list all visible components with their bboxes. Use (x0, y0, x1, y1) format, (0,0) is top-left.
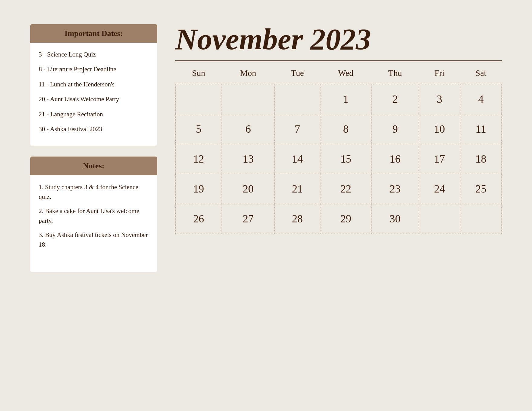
calendar-day: 28 (275, 204, 320, 234)
note-item: 3. Buy Ashka festival tickets on Novembe… (39, 230, 149, 249)
date-item: 30 - Ashka Festival 2023 (39, 125, 149, 134)
calendar-week-row: 19202122232425 (176, 174, 502, 204)
calendar-title: November 2023 (175, 24, 502, 54)
note-item: 1. Study chapters 3 & 4 for the Science … (39, 183, 149, 202)
calendar-day: 8 (320, 114, 371, 144)
left-panel: Important Dates: 3 - Science Long Quiz8 … (30, 24, 157, 283)
calendar-week-row: 2627282930 (176, 204, 502, 234)
day-of-week-header: Tue (275, 61, 320, 84)
important-dates-content: 3 - Science Long Quiz8 - Literature Proj… (30, 43, 157, 146)
calendar-day: 21 (275, 174, 320, 204)
calendar-week-row: 12131415161718 (176, 144, 502, 174)
day-of-week-header: Sun (176, 61, 222, 84)
notes-section: Notes: 1. Study chapters 3 & 4 for the S… (30, 157, 157, 283)
date-item: 3 - Science Long Quiz (39, 50, 149, 59)
calendar-week-row: 1234 (176, 84, 502, 114)
calendar-day: 14 (275, 144, 320, 174)
date-item: 11 - Lunch at the Henderson's (39, 80, 149, 89)
calendar-day: 3 (419, 84, 460, 114)
calendar-day: 30 (371, 204, 419, 234)
calendar-table: SunMonTueWedThuFriSat 123456789101112131… (175, 61, 502, 234)
calendar-day: 1 (320, 84, 371, 114)
calendar-day: 2 (371, 84, 419, 114)
calendar-day: 5 (176, 114, 222, 144)
calendar-day: 19 (176, 174, 222, 204)
calendar-day-empty (275, 84, 320, 114)
calendar-day: 16 (371, 144, 419, 174)
calendar-day-empty (222, 84, 274, 114)
calendar-day: 22 (320, 174, 371, 204)
calendar-day: 4 (460, 84, 501, 114)
calendar-body: 1234567891011121314151617181920212223242… (176, 84, 502, 234)
notes-header: Notes: (30, 157, 157, 175)
date-item: 20 - Aunt Lisa's Welcome Party (39, 95, 149, 104)
calendar-day: 25 (460, 174, 501, 204)
important-dates-header: Important Dates: (30, 24, 157, 43)
day-of-week-header: Wed (320, 61, 371, 84)
note-item: 2. Bake a cake for Aunt Lisa's welcome p… (39, 206, 149, 225)
day-of-week-header: Sat (460, 61, 501, 84)
calendar-day: 18 (460, 144, 501, 174)
calendar-day: 7 (275, 114, 320, 144)
calendar-day-empty (460, 204, 501, 234)
day-of-week-header: Thu (371, 61, 419, 84)
right-panel: November 2023 SunMonTueWedThuFriSat 1234… (175, 24, 502, 234)
calendar-day: 24 (419, 174, 460, 204)
calendar-day: 17 (419, 144, 460, 174)
day-of-week-header: Mon (222, 61, 274, 84)
calendar-day: 29 (320, 204, 371, 234)
day-of-week-header: Fri (419, 61, 460, 84)
calendar-day: 12 (176, 144, 222, 174)
calendar-day: 9 (371, 114, 419, 144)
date-item: 21 - Language Recitation (39, 110, 149, 119)
notes-content: 1. Study chapters 3 & 4 for the Science … (30, 175, 157, 272)
days-of-week-row: SunMonTueWedThuFriSat (176, 61, 502, 84)
calendar-day-empty (176, 84, 222, 114)
calendar-day-empty (419, 204, 460, 234)
calendar-day: 15 (320, 144, 371, 174)
calendar-day: 11 (460, 114, 501, 144)
calendar-header: SunMonTueWedThuFriSat (176, 61, 502, 84)
calendar-day: 10 (419, 114, 460, 144)
important-dates-section: Important Dates: 3 - Science Long Quiz8 … (30, 24, 157, 157)
calendar-week-row: 567891011 (176, 114, 502, 144)
calendar-day: 23 (371, 174, 419, 204)
date-item: 8 - Literature Project Deadline (39, 65, 149, 74)
calendar-day: 13 (222, 144, 274, 174)
page-container: Important Dates: 3 - Science Long Quiz8 … (30, 24, 502, 387)
calendar-day: 26 (176, 204, 222, 234)
calendar-day: 27 (222, 204, 274, 234)
calendar-day: 20 (222, 174, 274, 204)
calendar-day: 6 (222, 114, 274, 144)
